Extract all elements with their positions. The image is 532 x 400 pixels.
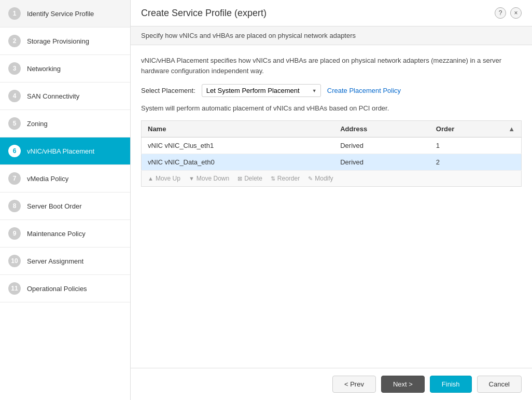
step-label: Identify Service Profile bbox=[27, 10, 94, 18]
step-number: 2 bbox=[8, 35, 21, 47]
col-address: Address bbox=[334, 121, 430, 137]
move-up-button[interactable]: ▲ Move Up bbox=[148, 175, 180, 182]
sidebar-item-vnic/vhba-placement[interactable]: 6 vNIC/vHBA Placement bbox=[0, 137, 130, 165]
placement-table: Name Address Order ▲ vNIC vNIC_Clus_eth1… bbox=[141, 120, 522, 171]
sidebar-item-operational-policies[interactable]: 11 Operational Policies bbox=[0, 275, 130, 302]
step-number: 8 bbox=[8, 200, 21, 212]
prev-button[interactable]: < Prev bbox=[332, 376, 376, 393]
create-placement-policy-link[interactable]: Create Placement Policy bbox=[327, 87, 401, 94]
col-name: Name bbox=[142, 121, 334, 137]
cell-order: 1 bbox=[430, 137, 522, 154]
step-label: vNIC/vHBA Placement bbox=[27, 147, 94, 155]
modify-button[interactable]: ✎ Modify bbox=[308, 175, 333, 182]
sidebar: 1 Identify Service Profile 2 Storage Pro… bbox=[0, 0, 131, 400]
next-button[interactable]: Next > bbox=[381, 376, 425, 393]
sidebar-item-storage-provisioning[interactable]: 2 Storage Provisioning bbox=[0, 27, 130, 55]
cancel-button[interactable]: Cancel bbox=[477, 376, 522, 393]
step-label: SAN Connectivity bbox=[27, 92, 79, 100]
dialog-header: Create Service Profile (expert) ? × bbox=[131, 0, 532, 26]
sidebar-item-server-boot-order[interactable]: 8 Server Boot Order bbox=[0, 192, 130, 220]
step-label: Storage Provisioning bbox=[27, 37, 89, 45]
dialog-header-icons: ? × bbox=[495, 7, 522, 19]
sidebar-item-san-connectivity[interactable]: 4 SAN Connectivity bbox=[0, 82, 130, 110]
content-area: vNIC/vHBA Placement specifies how vNICs … bbox=[131, 45, 532, 368]
cell-address: Derived bbox=[334, 137, 430, 154]
step-number: 6 bbox=[8, 145, 21, 157]
placement-select[interactable]: Let System Perform Placement Manual Plac… bbox=[202, 84, 321, 97]
system-note: System will perform automatic placement … bbox=[141, 104, 522, 112]
sort-arrow-icon: ▲ bbox=[508, 125, 515, 133]
placement-select-wrapper: Let System Perform Placement Manual Plac… bbox=[202, 84, 321, 97]
delete-icon: ⊠ bbox=[237, 175, 242, 182]
help-button[interactable]: ? bbox=[495, 7, 506, 19]
placement-row: Select Placement: Let System Perform Pla… bbox=[141, 84, 522, 97]
delete-button[interactable]: ⊠ Delete bbox=[237, 175, 262, 182]
step-number: 5 bbox=[8, 117, 21, 130]
move-up-icon: ▲ bbox=[148, 175, 153, 182]
sidebar-item-vmedia-policy[interactable]: 7 vMedia Policy bbox=[0, 165, 130, 192]
sidebar-item-maintenance-policy[interactable]: 9 Maintenance Policy bbox=[0, 220, 130, 247]
sidebar-item-identify-service-profile[interactable]: 1 Identify Service Profile bbox=[0, 0, 130, 27]
step-label: vMedia Policy bbox=[27, 175, 68, 183]
description-text: vNIC/vHBA Placement specifies how vNICs … bbox=[141, 56, 522, 76]
step-number: 10 bbox=[8, 255, 21, 267]
step-number: 3 bbox=[8, 62, 21, 75]
step-label: Operational Policies bbox=[27, 285, 87, 293]
modify-label: Modify bbox=[315, 175, 333, 182]
sidebar-item-zoning[interactable]: 5 Zoning bbox=[0, 110, 130, 137]
cell-name: vNIC vNIC_Clus_eth1 bbox=[142, 137, 334, 154]
sidebar-item-networking[interactable]: 3 Networking bbox=[0, 55, 130, 82]
move-down-button[interactable]: ▼ Move Down bbox=[189, 175, 229, 182]
info-bar: Specify how vNICs and vHBAs are placed o… bbox=[131, 26, 532, 45]
step-label: Networking bbox=[27, 65, 61, 73]
reorder-icon: ⇅ bbox=[271, 175, 275, 182]
move-down-label: Move Down bbox=[197, 175, 229, 182]
step-number: 7 bbox=[8, 172, 21, 185]
cell-order: 2 bbox=[430, 154, 522, 171]
step-label: Server Boot Order bbox=[27, 202, 82, 210]
sidebar-item-server-assignment[interactable]: 10 Server Assignment bbox=[0, 247, 130, 275]
dialog-title: Create Service Profile (expert) bbox=[141, 8, 267, 19]
modify-icon: ✎ bbox=[308, 175, 313, 182]
placement-label: Select Placement: bbox=[141, 87, 195, 94]
reorder-button[interactable]: ⇅ Reorder bbox=[271, 175, 300, 182]
cell-address: Derived bbox=[334, 154, 430, 171]
move-up-label: Move Up bbox=[156, 175, 180, 182]
step-number: 9 bbox=[8, 227, 21, 240]
table-toolbar: ▲ Move Up ▼ Move Down ⊠ Delete ⇅ Reorder… bbox=[141, 171, 522, 187]
step-number: 11 bbox=[8, 282, 21, 295]
step-number: 1 bbox=[8, 7, 21, 20]
footer: < Prev Next > Finish Cancel bbox=[131, 368, 532, 400]
main-content: Create Service Profile (expert) ? × Spec… bbox=[131, 0, 532, 400]
reorder-label: Reorder bbox=[277, 175, 300, 182]
step-number: 4 bbox=[8, 90, 21, 102]
step-label: Maintenance Policy bbox=[27, 230, 86, 238]
info-bar-text: Specify how vNICs and vHBAs are placed o… bbox=[141, 32, 356, 39]
step-label: Server Assignment bbox=[27, 257, 83, 265]
delete-label: Delete bbox=[244, 175, 262, 182]
finish-button[interactable]: Finish bbox=[430, 376, 472, 393]
step-label: Zoning bbox=[27, 120, 48, 128]
col-order: Order ▲ bbox=[430, 121, 522, 137]
table-header-row: Name Address Order ▲ bbox=[142, 121, 522, 137]
cell-name: vNIC vNIC_Data_eth0 bbox=[142, 154, 334, 171]
table-row[interactable]: vNIC vNIC_Data_eth0 Derived 2 bbox=[142, 154, 522, 171]
table-row[interactable]: vNIC vNIC_Clus_eth1 Derived 1 bbox=[142, 137, 522, 154]
move-down-icon: ▼ bbox=[189, 175, 194, 182]
close-button[interactable]: × bbox=[510, 7, 522, 19]
